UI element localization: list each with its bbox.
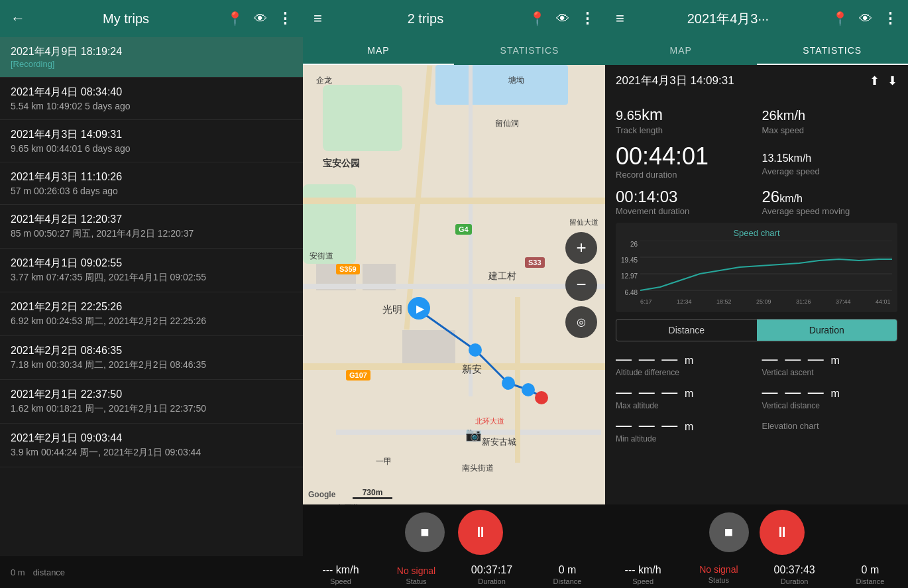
y-label-648: 6.48 <box>625 289 638 296</box>
speed-chart-svg: 6:17 12:34 18:52 25:09 31:26 37:44 44:01… <box>640 241 892 307</box>
tab-map-p3[interactable]: MAP <box>605 37 757 65</box>
panel-my-trips: ← My trips 📍 👁 ⋮ 2021年4月9日 18:19:24[Reco… <box>0 0 303 588</box>
stats-top-grid: 9.65km Track length 26km/h Max speed <box>616 96 897 135</box>
trip-item-1[interactable]: 2021年4月4日 08:34:405.54 km 10:49:02 5 day… <box>0 78 303 120</box>
svg-text:18:52: 18:52 <box>716 298 732 305</box>
p3-duration-value: 00:37:43 <box>773 564 815 576</box>
svg-point-3 <box>535 391 548 404</box>
panel3-menu-icon[interactable]: ≡ <box>616 10 624 27</box>
pin-icon[interactable]: 📍 <box>227 11 243 27</box>
panel3-header: ≡ 2021年4月3··· 📍 👁 ⋮ <box>605 0 908 37</box>
download-icon[interactable]: ⬇ <box>887 74 897 88</box>
duration-button[interactable]: Duration <box>757 320 897 341</box>
more-icon[interactable]: ⋮ <box>278 10 292 27</box>
p3-stop-button[interactable]: ■ <box>709 512 749 552</box>
trip-item-0[interactable]: 2021年4月9日 18:19:24[Recording] <box>0 37 303 78</box>
trip-item-3[interactable]: 2021年4月3日 11:10:2657 m 00:26:03 6 days a… <box>0 162 303 205</box>
duration-status: 00:37:17 Duration <box>454 563 530 587</box>
avg-speed-moving-block: 26km/h Average speed moving <box>762 188 898 216</box>
panel3-title: 2021年4月3··· <box>632 10 824 28</box>
distance-button[interactable]: Distance <box>616 320 757 341</box>
trip-item-5[interactable]: 2021年4月1日 09:02:553.77 km 07:47:35 周四, 2… <box>0 249 303 292</box>
track-length-value: 9.65km <box>616 96 752 125</box>
panel-statistics: ≡ 2021年4月3··· 📍 👁 ⋮ MAP STATISTICS 2021年… <box>605 0 908 588</box>
signal-label: Status <box>406 577 426 585</box>
panel1-title: My trips <box>33 11 219 27</box>
panel3-eye-icon[interactable]: 👁 <box>859 11 872 27</box>
liuxian-blvd: 留仙大道 <box>569 217 598 227</box>
trip-item-8[interactable]: 2021年2月1日 22:37:501.62 km 00:18:21 周一, 2… <box>0 380 303 424</box>
eye-icon[interactable]: 👁 <box>254 11 267 27</box>
panel3-tabs: MAP STATISTICS <box>605 37 908 65</box>
p3-signal-value: No signal <box>699 564 738 575</box>
record-duration-block: 00:44:01 Record duration <box>616 143 752 180</box>
share-icon[interactable]: ⬆ <box>870 74 880 88</box>
altitude-diff-label: Altitude difference <box>616 368 752 377</box>
panel3-pin-icon[interactable]: 📍 <box>832 11 848 27</box>
trip-item-9[interactable]: 2021年2月1日 09:03:443.9 km 00:44:24 周一, 20… <box>0 424 303 467</box>
elevation-chart-label: Elevation chart <box>762 421 898 431</box>
stats-lower-grid: 00:14:03 Movement duration 26km/h Averag… <box>616 188 897 216</box>
p3-speed-label: Speed <box>632 577 653 585</box>
p3-duration-label: Duration <box>781 577 809 585</box>
trip-item-7[interactable]: 2021年2月2日 08:46:357.18 km 00:30:34 周二, 2… <box>0 336 303 380</box>
stop-icon: ■ <box>420 524 429 541</box>
back-button[interactable]: ← <box>11 10 25 27</box>
camera-icon: 📷 <box>465 426 482 442</box>
duration-value: 00:37:17 <box>471 564 512 576</box>
p3-stop-icon: ■ <box>724 524 733 541</box>
panel2-eye-icon[interactable]: 👁 <box>556 11 569 27</box>
svg-text:37:44: 37:44 <box>836 298 851 305</box>
stats-datetime-row: 2021年4月3日 14:09:31 ⬆ ⬇ <box>616 73 897 88</box>
trip-item-6[interactable]: 2021年2月2日 22:25:266.92 km 00:24:53 周二, 2… <box>0 292 303 336</box>
p3-speed-status: --- km/h Speed <box>605 563 681 587</box>
svg-point-2 <box>522 383 535 396</box>
recenter-button[interactable]: ◎ <box>565 306 597 338</box>
max-altitude-label: Max altitude <box>616 401 752 410</box>
p3-pause-button[interactable]: ⏸ <box>760 510 805 555</box>
vertical-dist-block: — — — m Vertical distance <box>762 382 898 410</box>
panel2-pin-icon[interactable]: 📍 <box>529 11 545 27</box>
movement-duration-block: 00:14:03 Movement duration <box>616 188 752 216</box>
signal-status: No signal Status <box>378 564 454 587</box>
pause-button[interactable]: ⏸ <box>458 510 503 555</box>
panel2-status-bar: --- km/h Speed No signal Status 00:37:17… <box>303 560 605 588</box>
tab-statistics-p3[interactable]: STATISTICS <box>757 37 909 65</box>
max-altitude-value: — — — m <box>616 382 752 401</box>
map-area[interactable]: 企龙 塘坳 宝安公园 留仙洞 安街道 光明 建工村 新安 新安古城 白石牌 一甲… <box>303 65 605 504</box>
movement-duration-value: 00:14:03 <box>616 188 752 206</box>
altitude-diff-block: — — — m Altitude difference <box>616 349 752 377</box>
stats-datetime-text: 2021年4月3日 14:09:31 <box>616 73 734 88</box>
chart-plot: 6:17 12:34 18:52 25:09 31:26 37:44 44:01… <box>640 241 892 307</box>
map-bottom-controls: ■ ⏸ <box>303 504 605 560</box>
max-altitude-block: — — — m Max altitude <box>616 382 752 410</box>
trip-date-9: 2021年2月1日 09:03:44 <box>11 432 292 445</box>
max-speed-block: 26km/h Max speed <box>762 96 898 135</box>
stop-button[interactable]: ■ <box>405 512 445 552</box>
trip-date-7: 2021年2月2日 08:46:35 <box>11 344 292 358</box>
zoom-in-button[interactable]: + <box>565 232 597 264</box>
trip-info-8: 1.62 km 00:18:21 周一, 2021年2月1日 22:37:50 <box>11 403 292 415</box>
y-label-1297: 12.97 <box>621 272 638 280</box>
speed-status: --- km/h Speed <box>303 563 378 587</box>
p3-speed-value: --- km/h <box>625 564 661 576</box>
map-background: 企龙 塘坳 宝安公园 留仙洞 安街道 光明 建工村 新安 新安古城 白石牌 一甲… <box>303 65 605 504</box>
panel3-more-icon[interactable]: ⋮ <box>883 10 897 27</box>
trip-info-4: 85 m 00:50:27 周五, 2021年4月2日 12:20:37 <box>11 228 292 240</box>
map-scale-bar <box>353 497 392 499</box>
map-scale-label: 730m <box>363 488 383 497</box>
pause-icon: ⏸ <box>473 524 488 541</box>
tab-statistics[interactable]: STATISTICS <box>454 37 605 65</box>
panel2-more-icon[interactable]: ⋮ <box>580 10 595 27</box>
trip-item-4[interactable]: 2021年4月2日 12:20:3785 m 00:50:27 周五, 2021… <box>0 205 303 249</box>
trip-date-6: 2021年2月2日 22:25:26 <box>11 300 292 314</box>
trip-item-2[interactable]: 2021年4月3日 14:09:319.65 km 00:44:01 6 day… <box>0 120 303 162</box>
panel2-menu-icon[interactable]: ≡ <box>313 10 322 27</box>
panel1-distance: 0 m <box>11 567 25 577</box>
trip-date-1: 2021年4月4日 08:34:40 <box>11 86 292 99</box>
distance-value: 0 m <box>559 564 577 576</box>
tab-map[interactable]: MAP <box>303 37 454 65</box>
zoom-out-button[interactable]: − <box>565 269 597 301</box>
trip-info-1: 5.54 km 10:49:02 5 days ago <box>11 101 292 111</box>
trip-date-4: 2021年4月2日 12:20:37 <box>11 213 292 227</box>
